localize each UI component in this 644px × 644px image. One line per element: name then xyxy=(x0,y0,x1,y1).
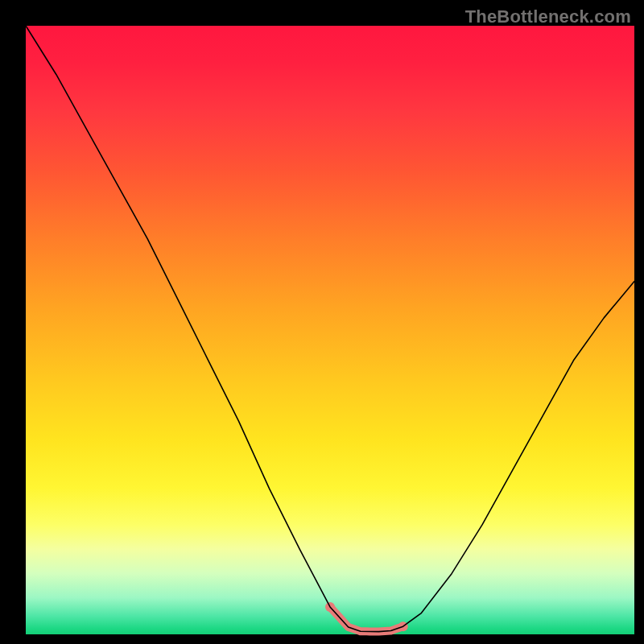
plot-group xyxy=(26,26,634,632)
chart-frame: TheBottleneck.com xyxy=(0,0,644,644)
plot-svg xyxy=(0,0,644,644)
curve-line xyxy=(26,26,634,632)
